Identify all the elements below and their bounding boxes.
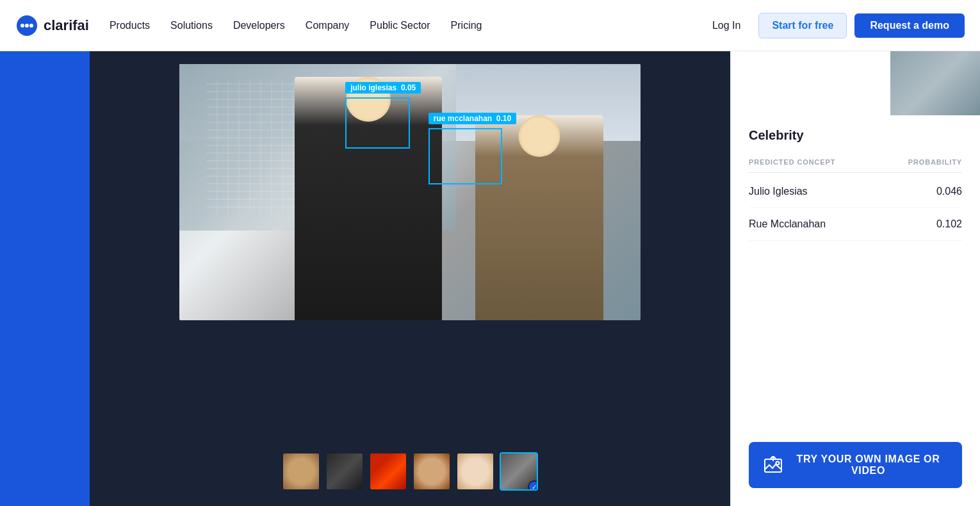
main-image-container: julio iglesias 0.05 rue mcclanahan 0.10: [179, 64, 641, 320]
nav-solutions[interactable]: Solutions: [170, 20, 213, 31]
thumbnail-5[interactable]: [456, 452, 494, 491]
nav-actions: Log In Start for free Request a demo: [702, 13, 965, 38]
image-area: julio iglesias 0.05 rue mcclanahan 0.10: [90, 51, 730, 506]
header-concept: PREDICTED CONCEPT: [749, 158, 835, 166]
thumbnail-3[interactable]: [369, 452, 407, 491]
logo-text: clarifai: [44, 17, 89, 34]
nav-developers[interactable]: Developers: [233, 20, 285, 31]
result-concept-2: Rue Mcclanahan: [749, 218, 826, 230]
nav-public-sector[interactable]: Public Sector: [370, 20, 430, 31]
person2-head: [519, 115, 560, 157]
result-row-2: Rue Mcclanahan 0.102: [749, 208, 962, 241]
login-button[interactable]: Log In: [702, 15, 751, 37]
right-panel-image: [890, 51, 980, 115]
svg-point-1: [20, 24, 24, 28]
results-header: PREDICTED CONCEPT PROBABILITY: [749, 158, 962, 173]
main-content: julio iglesias 0.05 rue mcclanahan 0.10: [0, 51, 980, 506]
thumbnail-1[interactable]: [282, 452, 320, 491]
person1-head: [346, 77, 391, 122]
thumbnail-4[interactable]: [412, 452, 451, 491]
result-prob-1: 0.046: [936, 186, 962, 197]
request-demo-button[interactable]: Request a demo: [854, 13, 965, 38]
thumbnail-2[interactable]: [325, 452, 364, 491]
nav-products[interactable]: Products: [110, 20, 150, 31]
header-probability: PROBABILITY: [908, 158, 962, 166]
nav-pricing[interactable]: Pricing: [451, 20, 482, 31]
result-prob-2: 0.102: [936, 218, 962, 230]
svg-point-5: [776, 462, 780, 465]
result-concept-1: Julio Iglesias: [749, 186, 808, 197]
clarifai-logo-icon: [15, 14, 38, 37]
result-row-1: Julio Iglesias 0.046: [749, 175, 962, 208]
person1-silhouette: [295, 77, 442, 320]
results-table: PREDICTED CONCEPT PROBABILITY Julio Igle…: [749, 158, 962, 241]
left-sidebar: [0, 51, 90, 506]
right-panel: Celebrity PREDICTED CONCEPT PROBABILITY …: [730, 51, 980, 506]
thumbnail-strip: ✓: [282, 447, 538, 496]
start-free-button[interactable]: Start for free: [758, 13, 847, 38]
try-own-image-button[interactable]: TRY YOUR OWN IMAGE OR VIDEO: [749, 442, 962, 488]
nav-links: Products Solutions Developers Company Pu…: [110, 20, 702, 31]
try-button-label: TRY YOUR OWN IMAGE OR VIDEO: [790, 453, 947, 477]
nav-company[interactable]: Company: [306, 20, 349, 31]
main-photo: julio iglesias 0.05 rue mcclanahan 0.10: [179, 64, 641, 320]
model-label: Celebrity: [749, 128, 962, 143]
right-panel-content: Celebrity PREDICTED CONCEPT PROBABILITY …: [731, 115, 980, 429]
svg-point-2: [25, 24, 29, 28]
logo[interactable]: clarifai: [15, 14, 89, 37]
svg-point-3: [29, 24, 33, 28]
person2-silhouette: [475, 115, 603, 320]
active-check-icon: ✓: [528, 480, 538, 491]
upload-image-icon: [764, 456, 782, 474]
navbar: clarifai Products Solutions Developers C…: [0, 0, 980, 51]
thumbnail-6-active[interactable]: ✓: [500, 452, 538, 491]
